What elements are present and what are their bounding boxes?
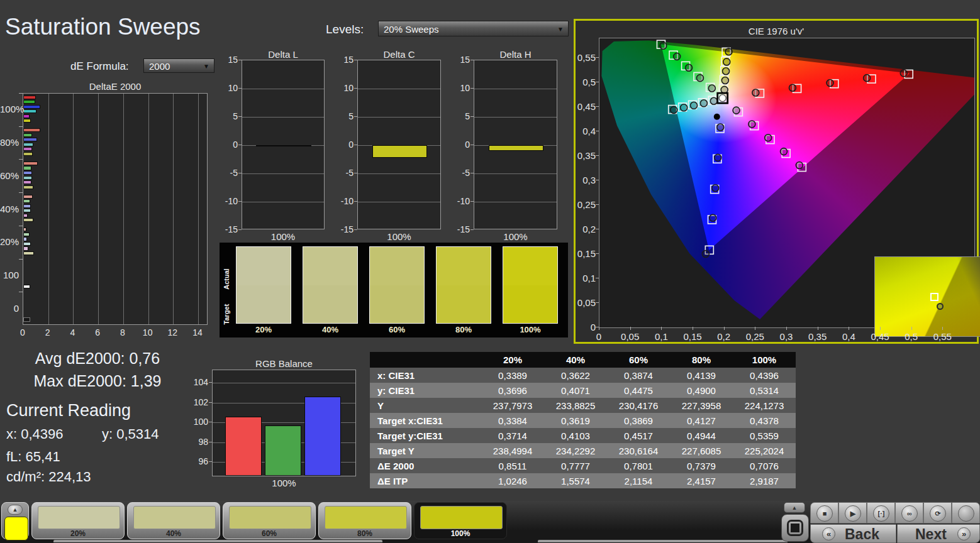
reading-x: x: 0,4396 [6, 426, 64, 442]
rgb-balance-xlabel: 100% [212, 478, 356, 488]
inset-target-square [930, 293, 938, 301]
table-cell: 227,6085 [670, 443, 733, 458]
inset-measured-circle [937, 303, 944, 310]
table-cell: 0,4103 [544, 428, 607, 443]
axis-tick [818, 327, 818, 330]
avg-de2000: Avg dE2000: 0,76 [13, 349, 182, 368]
blank-button[interactable] [952, 502, 980, 524]
table-row: ΔE 20000,85110,77770,78010,73790,7076 [370, 458, 796, 473]
pattern-button-20%[interactable]: 20% [31, 502, 125, 539]
gridline [242, 117, 324, 118]
deltae-chart [23, 93, 208, 325]
delta-c-xlabel: 100% [357, 231, 441, 242]
x-tick-label: 8 [115, 327, 130, 337]
table-column-header: 40% [544, 352, 607, 368]
y-tick-label: -15 [219, 224, 238, 234]
back-button[interactable]: « Back [810, 524, 896, 543]
reading-cdm2-value: 224,13 [48, 469, 91, 485]
levels-dropdown[interactable]: 20% Sweeps ▼ [378, 21, 569, 36]
pattern-button-40%[interactable]: 40% [127, 502, 220, 539]
cie-x-tick-label: 0,25 [742, 331, 767, 342]
deltae-bar [23, 119, 31, 123]
table-cell: 0,3874 [607, 368, 670, 383]
table-row: Target x:CIE310,33840,36190,38690,41270,… [370, 413, 796, 428]
stop-button[interactable]: ■ [810, 502, 838, 524]
cie-y-tick-label: 0,45 [576, 101, 596, 112]
delta-bar [372, 145, 428, 158]
cie-measured-green [674, 53, 681, 60]
table-row: y: CIE310,36960,40710,44750,49000,5314 [370, 383, 796, 398]
cie-y-tick-label: 0,05 [576, 297, 596, 308]
cie-x-tick-label: 0 [586, 331, 611, 342]
y-tick-label: -5 [219, 168, 238, 178]
deltae-bar [23, 237, 27, 241]
table-cell: 0,4071 [544, 383, 607, 398]
scroll-up-button[interactable]: ▲ [8, 505, 23, 515]
back-button-label: Back [845, 526, 879, 543]
cie-measured-magenta [765, 134, 772, 141]
loop-infinite-button[interactable]: ∞ [895, 502, 923, 524]
gridline [242, 202, 324, 202]
next-button[interactable]: Next » [897, 524, 980, 543]
y-tick-label: -15 [335, 224, 354, 234]
max-de2000-value: 1,39 [131, 372, 162, 390]
active-pattern-swatch[interactable] [4, 517, 28, 540]
swatch-target [370, 285, 424, 324]
deltae-bar [23, 199, 30, 203]
y-tick-label: 5 [451, 111, 470, 121]
pattern-button-80%[interactable]: 80% [318, 502, 411, 539]
axis-tick [354, 229, 357, 230]
next-chevron-icon: » [957, 527, 971, 540]
cie-measured-yellow [721, 86, 728, 93]
y-tick-label: 100 [189, 417, 208, 427]
pattern-button-100%[interactable]: 100% [414, 502, 507, 539]
pattern-window-button[interactable]: [·] [867, 502, 895, 524]
x-tick-label: 4 [65, 327, 80, 337]
pattern-swatch [420, 506, 503, 529]
table-cell: 0,4900 [670, 383, 733, 398]
refresh-button[interactable]: ⟳ [923, 502, 952, 524]
cie-y-tick-label: 0,25 [576, 199, 596, 210]
axis-tick [596, 229, 599, 229]
delta-l-xlabel: 100% [242, 231, 325, 242]
cie-x-tick-label: 0,35 [805, 331, 830, 342]
play-button[interactable]: ▶ [838, 502, 867, 524]
axis-tick [19, 192, 23, 193]
x-tick-label: 2 [40, 327, 55, 337]
axis-tick [471, 201, 474, 202]
pattern-swatch [38, 506, 120, 529]
deltae-bar [23, 147, 32, 151]
table-cell: 1,0246 [481, 473, 544, 488]
table-row: Target Y238,4994234,2292230,6164227,6085… [370, 443, 796, 458]
table-header-row: 20%40%60%80%100% [370, 352, 796, 368]
cie-y-tick-label: 0,2 [576, 224, 596, 234]
table-cell: 0,4378 [733, 413, 796, 428]
active-pattern-card: ▲ [1, 502, 29, 539]
deltae-bar [23, 152, 33, 156]
up-arrow-icon: ▲ [13, 507, 18, 513]
rgb-bar-red [225, 417, 262, 476]
cie-measured-blue [712, 185, 719, 192]
axis-tick [630, 327, 631, 330]
table-row-label: x: CIE31 [370, 368, 481, 383]
delta-l-title: Delta L [242, 49, 325, 60]
deltae-bar [23, 242, 31, 246]
delta-c-chart [357, 60, 441, 229]
y-tick-label: -10 [451, 196, 470, 206]
de-formula-dropdown[interactable]: 2000 ▼ [143, 58, 214, 73]
table-cell: 0,5359 [733, 428, 796, 443]
pattern-button-60%[interactable]: 60% [223, 502, 316, 539]
axis-tick [19, 226, 23, 226]
stop-pattern-button[interactable] [781, 514, 809, 542]
deltae-bar [23, 143, 33, 146]
y-tick-label: 96 [189, 456, 208, 466]
delta-bar [256, 145, 311, 146]
deltae-bar [23, 128, 40, 132]
scroll-up-button[interactable]: ▲ [784, 502, 805, 513]
table-cell: 0,3714 [481, 428, 544, 443]
swatch-label: 60% [369, 325, 425, 334]
axis-tick [238, 173, 242, 173]
pattern-label: 100% [415, 529, 506, 538]
axis-tick [942, 327, 943, 330]
rgb-bar-green [265, 425, 301, 476]
